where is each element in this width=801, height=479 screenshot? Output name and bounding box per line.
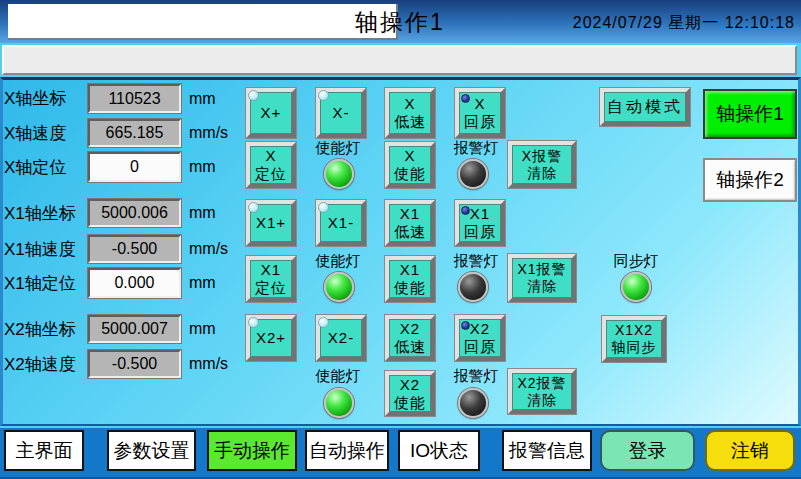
nav-param-settings[interactable]: 参数设置: [107, 430, 196, 471]
auto-mode-button[interactable]: 自动模式: [600, 88, 690, 126]
x2-jog-plus-button[interactable]: X2+: [246, 315, 296, 361]
x1-position-label: X1轴定位: [4, 268, 88, 298]
x2-home-led: [461, 321, 470, 330]
x1-position-unit: mm: [189, 268, 249, 298]
x2-coord-value: 5000.007: [88, 315, 181, 343]
x2-jog-plus-led: [248, 317, 259, 328]
nav-main-screen[interactable]: 主界面: [4, 430, 84, 471]
x-enable-button[interactable]: X 使能: [385, 142, 435, 188]
x2-alarm-lamp: [458, 388, 488, 418]
x-position-input[interactable]: [88, 152, 181, 182]
x1-jog-plus-button[interactable]: X1+: [246, 200, 296, 246]
x1-home-led: [461, 206, 470, 215]
hmi-screen: 轴操作1 2024/07/29 星期一 12:10:18 X轴坐标 110523…: [0, 0, 801, 479]
x-position-unit: mm: [189, 152, 249, 182]
datetime-display: 2024/07/29 星期一 12:10:18: [520, 11, 795, 35]
x2-coord-unit: mm: [189, 315, 249, 343]
x1x2-sync-button[interactable]: X1X2 轴同步: [602, 316, 666, 362]
x2-low-speed-button[interactable]: X2 低速: [385, 315, 435, 361]
x2-speed-label: X2轴速度: [4, 350, 88, 378]
x-speed-unit: mm/s: [189, 119, 249, 147]
x2-jog-minus-button[interactable]: X2-: [316, 315, 366, 361]
x2-alarm-lamp-label: 报警灯: [444, 367, 508, 386]
x1-coord-value: 5000.006: [88, 199, 181, 227]
x2-alarm-clear-button[interactable]: X2报警 清除: [508, 369, 576, 414]
x1-speed-unit: mm/s: [189, 235, 249, 263]
x-alarm-clear-button[interactable]: X报警 清除: [508, 141, 576, 188]
x1-sync-lamp-label: 同步灯: [604, 252, 668, 271]
x-coord-label: X轴坐标: [4, 84, 86, 113]
x2-coord-label: X2轴坐标: [4, 315, 88, 343]
x2-speed-unit: mm/s: [189, 350, 249, 378]
x-jog-minus-led: [318, 90, 329, 101]
x-alarm-lamp: [458, 159, 488, 189]
x-home-led: [461, 94, 470, 103]
x2-speed-value: -0.500: [88, 350, 181, 378]
x-coord-value: 110523: [88, 84, 181, 113]
x-position-button[interactable]: X 定位: [246, 142, 296, 188]
x1-position-button[interactable]: X1 定位: [246, 256, 296, 302]
x1-coord-label: X1轴坐标: [4, 199, 88, 227]
x1-position-input[interactable]: [88, 268, 181, 298]
x-position-label: X轴定位: [4, 152, 86, 182]
x1-speed-value: -0.500: [88, 235, 181, 263]
x-enable-lamp: [324, 159, 354, 189]
x1-alarm-lamp: [458, 272, 488, 302]
x-home-button[interactable]: X 回原: [455, 88, 505, 138]
x1-coord-unit: mm: [189, 199, 249, 227]
x-jog-minus-button[interactable]: X-: [316, 88, 366, 138]
tab-axis-op2[interactable]: 轴操作2: [703, 158, 797, 202]
x2-jog-minus-led: [318, 317, 329, 328]
x-coord-unit: mm: [189, 84, 249, 113]
x2-enable-button[interactable]: X2 使能: [385, 371, 435, 416]
x-enable-lamp-label: 使能灯: [306, 139, 370, 158]
x1-alarm-lamp-label: 报警灯: [444, 252, 508, 271]
page-title: 轴操作1: [310, 7, 490, 37]
nav-io-status[interactable]: IO状态: [398, 430, 480, 471]
nav-manual-operation[interactable]: 手动操作: [207, 430, 297, 471]
x1-speed-label: X1轴速度: [4, 235, 88, 263]
x2-home-button[interactable]: X2 回原: [455, 315, 505, 361]
x-speed-value: 665.185: [88, 119, 181, 147]
nav-logout-button[interactable]: 注销: [705, 430, 795, 471]
x-low-speed-button[interactable]: X 低速: [385, 88, 435, 138]
x-alarm-lamp-label: 报警灯: [444, 139, 508, 158]
x2-enable-lamp-label: 使能灯: [306, 367, 370, 386]
x1-home-button[interactable]: X1 回原: [455, 200, 505, 246]
x1-low-speed-button[interactable]: X1 低速: [385, 200, 435, 246]
x2-enable-lamp: [324, 388, 354, 418]
x1-enable-lamp: [324, 272, 354, 302]
x1-sync-lamp: [621, 272, 651, 302]
x-jog-plus-button[interactable]: X+: [246, 88, 296, 138]
x1-enable-lamp-label: 使能灯: [306, 252, 370, 271]
x1-jog-minus-button[interactable]: X1-: [316, 200, 366, 246]
x-jog-plus-led: [248, 90, 259, 101]
x-speed-label: X轴速度: [4, 119, 86, 147]
x1-jog-plus-led: [248, 202, 259, 213]
message-bar: [2, 45, 797, 75]
x1-alarm-clear-button[interactable]: X1报警 清除: [508, 254, 576, 302]
nav-auto-operation[interactable]: 自动操作: [305, 430, 389, 471]
x1-enable-button[interactable]: X1 使能: [385, 256, 435, 302]
x1-jog-minus-led: [318, 202, 329, 213]
nav-alarm-info[interactable]: 报警信息: [502, 430, 592, 471]
tab-axis-op1[interactable]: 轴操作1: [703, 89, 797, 139]
nav-login-button[interactable]: 登录: [600, 430, 695, 471]
